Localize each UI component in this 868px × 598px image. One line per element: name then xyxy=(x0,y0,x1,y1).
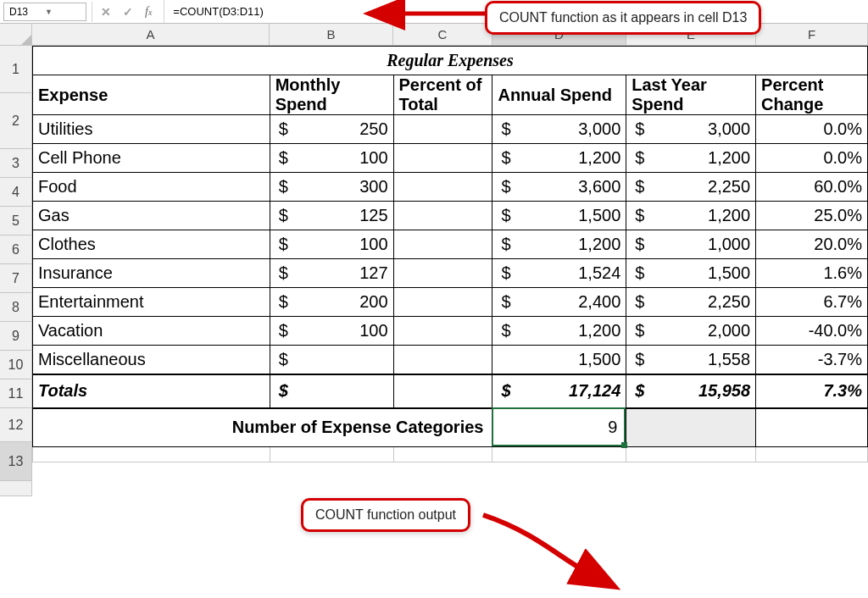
row-header-6[interactable]: 6 xyxy=(0,235,31,264)
cell-annual[interactable]: $1,500 xyxy=(492,346,626,374)
cell-last[interactable]: $2,250 xyxy=(626,288,756,317)
cell-pctchange[interactable]: 25.0% xyxy=(756,202,868,230)
cell-last[interactable]: $1,500 xyxy=(626,259,756,288)
cell-pctoftotal[interactable] xyxy=(393,288,492,317)
cell-pctchange[interactable]: 0.0% xyxy=(756,144,868,173)
fx-icon[interactable]: fx xyxy=(145,5,152,19)
col-header-A[interactable]: A xyxy=(32,24,270,46)
cell-last[interactable]: $2,250 xyxy=(626,173,756,202)
header-percent-change[interactable]: Percent Change xyxy=(756,75,868,115)
chevron-down-icon[interactable]: ▼ xyxy=(45,8,81,16)
row-header-12[interactable]: 12 xyxy=(0,408,31,442)
cell-expense[interactable]: Gas xyxy=(33,202,270,230)
header-expense[interactable]: Expense xyxy=(33,75,270,115)
cell-expense[interactable]: Miscellaneous xyxy=(33,346,270,374)
cell-annual[interactable]: $3,600 xyxy=(492,173,626,202)
cancel-icon[interactable]: ✕ xyxy=(101,5,111,19)
cell-expense[interactable]: Utilities xyxy=(33,115,270,144)
cell-annual[interactable]: $2,400 xyxy=(492,288,626,317)
row-header-13[interactable]: 13 xyxy=(0,442,31,481)
totals-last[interactable]: $15,958 xyxy=(626,374,756,408)
cell-monthly[interactable]: $100 xyxy=(270,317,393,346)
cell-pctoftotal[interactable] xyxy=(393,346,492,374)
cell-blank[interactable] xyxy=(626,447,756,462)
cell-annual[interactable]: $1,200 xyxy=(492,144,626,173)
select-all-corner[interactable] xyxy=(0,24,32,46)
cell-pctoftotal[interactable] xyxy=(393,173,492,202)
cell-last[interactable]: $1,000 xyxy=(626,230,756,259)
cell-E13[interactable] xyxy=(626,408,756,447)
totals-annual[interactable]: $17,124 xyxy=(492,374,626,408)
cell-pctoftotal[interactable] xyxy=(393,259,492,288)
cell-monthly[interactable]: $100 xyxy=(270,230,393,259)
row-header-5[interactable]: 5 xyxy=(0,207,31,235)
row-header-7[interactable]: 7 xyxy=(0,264,31,293)
cell-expense[interactable]: Insurance xyxy=(33,259,270,288)
totals-pctoftotal[interactable] xyxy=(393,374,492,408)
cell-expense[interactable]: Entertainment xyxy=(33,288,270,317)
cell-annual[interactable]: $1,200 xyxy=(492,317,626,346)
row-header-14[interactable] xyxy=(0,481,31,496)
cell-pctchange[interactable]: 6.7% xyxy=(756,288,868,317)
cell-pctchange[interactable]: 20.0% xyxy=(756,230,868,259)
row-header-1[interactable]: 1 xyxy=(0,46,31,93)
row-header-8[interactable]: 8 xyxy=(0,293,31,322)
cell-pctoftotal[interactable] xyxy=(393,144,492,173)
totals-pct[interactable]: 7.3% xyxy=(756,374,868,408)
cell-expense[interactable]: Clothes xyxy=(33,230,270,259)
header-annual[interactable]: Annual Spend xyxy=(492,75,626,115)
cell-annual[interactable]: $1,500 xyxy=(492,202,626,230)
cell-pctchange[interactable]: 1.6% xyxy=(756,259,868,288)
name-box[interactable]: D13 ▼ xyxy=(3,3,86,21)
cell-annual[interactable]: $1,524 xyxy=(492,259,626,288)
cell-pctoftotal[interactable] xyxy=(393,230,492,259)
enter-icon[interactable]: ✓ xyxy=(123,5,133,19)
row-header-4[interactable]: 4 xyxy=(0,178,31,207)
header-last-year[interactable]: Last Year Spend xyxy=(626,75,756,115)
cell-monthly[interactable]: $100 xyxy=(270,144,393,173)
cell-monthly[interactable]: $127 xyxy=(270,259,393,288)
spreadsheet-grid[interactable]: Regular Expenses Expense Monthly Spend P… xyxy=(32,46,868,496)
cell-blank[interactable] xyxy=(492,447,626,462)
sheet-title[interactable]: Regular Expenses xyxy=(33,47,868,75)
col-header-B[interactable]: B xyxy=(270,24,393,46)
row-header-9[interactable]: 9 xyxy=(0,322,31,351)
cell-expense[interactable]: Cell Phone xyxy=(33,144,270,173)
cell-last[interactable]: $1,558 xyxy=(626,346,756,374)
cell-last[interactable]: $1,200 xyxy=(626,144,756,173)
row-header-10[interactable]: 10 xyxy=(0,351,31,379)
cell-pctchange[interactable]: 0.0% xyxy=(756,115,868,144)
cell-pctoftotal[interactable] xyxy=(393,317,492,346)
cell-blank[interactable] xyxy=(393,447,492,462)
cell-monthly[interactable]: $125 xyxy=(270,346,393,374)
cell-monthly[interactable]: $125 xyxy=(270,202,393,230)
cell-blank[interactable] xyxy=(270,447,393,462)
totals-monthly[interactable]: $1,427 xyxy=(270,374,393,408)
col-header-C[interactable]: C xyxy=(393,24,492,46)
cell-D13[interactable]: 9 xyxy=(492,408,626,447)
cell-monthly[interactable]: $250 xyxy=(270,115,393,144)
cell-last[interactable]: $2,000 xyxy=(626,317,756,346)
cell-expense[interactable]: Food xyxy=(33,173,270,202)
cell-annual[interactable]: $1,200 xyxy=(492,230,626,259)
cell-monthly[interactable]: $200 xyxy=(270,288,393,317)
cell-last[interactable]: $1,200 xyxy=(626,202,756,230)
row-header-11[interactable]: 11 xyxy=(0,379,31,408)
cell-pctoftotal[interactable] xyxy=(393,115,492,144)
note-label[interactable]: Number of Expense Categories xyxy=(33,408,492,447)
col-header-F[interactable]: F xyxy=(756,24,868,46)
row-header-2[interactable]: 2 xyxy=(0,93,31,149)
cell-F13[interactable] xyxy=(756,408,868,447)
cell-blank[interactable] xyxy=(756,447,868,462)
header-monthly[interactable]: Monthly Spend xyxy=(270,75,393,115)
cell-pctchange[interactable]: 60.0% xyxy=(756,173,868,202)
cell-expense[interactable]: Vacation xyxy=(33,317,270,346)
row-header-3[interactable]: 3 xyxy=(0,149,31,178)
cell-pctchange[interactable]: -3.7% xyxy=(756,346,868,374)
totals-label[interactable]: Totals xyxy=(33,374,270,408)
cell-annual[interactable]: $3,000 xyxy=(492,115,626,144)
cell-monthly[interactable]: $300 xyxy=(270,173,393,202)
cell-pctoftotal[interactable] xyxy=(393,202,492,230)
cell-pctchange[interactable]: -40.0% xyxy=(756,317,868,346)
cell-last[interactable]: $3,000 xyxy=(626,115,756,144)
